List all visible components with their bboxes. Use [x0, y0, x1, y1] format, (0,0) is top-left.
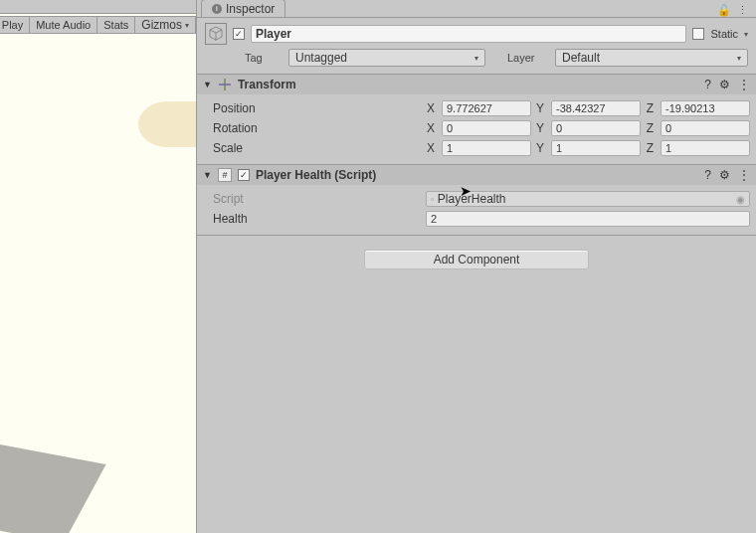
inspector-tab[interactable]: i Inspector [201, 0, 285, 17]
script-asset-icon: ▫ [431, 195, 434, 204]
position-x-input[interactable] [442, 100, 531, 116]
transform-component: ▼ Transform ? ⚙ ⋮ Position X Y Z Rotatio… [197, 75, 756, 165]
transform-body: Position X Y Z Rotation X Y Z Scale X Y … [197, 94, 756, 164]
stats-toggle[interactable]: Stats [97, 16, 135, 34]
static-label: Static [710, 28, 738, 40]
x-label: X [426, 101, 438, 115]
layer-label: Layer [507, 52, 545, 64]
static-chevron-down-icon[interactable]: ▾ [744, 30, 748, 39]
gizmos-toggle[interactable]: Gizmos ▾ [135, 16, 196, 34]
info-icon: i [212, 4, 222, 14]
scale-z-input[interactable] [661, 140, 750, 156]
help-icon[interactable]: ? [704, 78, 711, 91]
scale-row: Scale X Y Z [213, 138, 750, 158]
rotation-x-input[interactable] [442, 120, 531, 136]
add-component-button[interactable]: Add Component [364, 250, 589, 269]
script-icon: # [218, 168, 232, 182]
transform-icon [218, 78, 232, 91]
position-label: Position [213, 101, 422, 115]
layer-value: Default [562, 51, 600, 65]
scale-label: Scale [213, 141, 422, 155]
enabled-checkbox[interactable] [233, 28, 245, 40]
component-enabled-checkbox[interactable] [238, 169, 250, 181]
menu-icon[interactable]: ⋮ [738, 168, 750, 182]
script-label: Script [213, 192, 422, 206]
y-label: Y [535, 101, 547, 115]
gameobject-header: Static ▾ Tag Untagged ▾ Layer Default ▾ [197, 18, 756, 75]
tag-label: Tag [245, 52, 283, 64]
script-field[interactable]: ▫ PlayerHealth ◉ [426, 191, 750, 207]
help-icon[interactable]: ? [704, 168, 711, 182]
rotation-label: Rotation [213, 121, 422, 135]
player-health-component: ▼ # Player Health (Script) ? ⚙ ⋮ Script … [197, 165, 756, 236]
health-label: Health [213, 212, 422, 226]
preset-icon[interactable]: ⚙ [719, 168, 730, 182]
mute-audio-toggle[interactable]: Mute Audio [30, 16, 97, 34]
fold-icon[interactable]: ▼ [203, 80, 212, 89]
rotation-row: Rotation X Y Z [213, 118, 750, 138]
rotation-z-input[interactable] [661, 120, 750, 136]
scene-view: Play Mute Audio Stats Gizmos ▾ [0, 0, 197, 533]
chevron-down-icon: ▾ [474, 54, 478, 63]
chevron-down-icon: ▾ [737, 54, 741, 63]
inspector-panel: i Inspector 🔓 ⋮ Static ▾ Tag Untagged ▾ … [197, 0, 756, 533]
scene-viewport[interactable] [0, 34, 196, 533]
preset-icon[interactable]: ⚙ [719, 78, 730, 91]
rotation-y-input[interactable] [551, 120, 641, 136]
panel-menu-icon[interactable]: ⋮ [737, 4, 748, 17]
static-checkbox[interactable] [692, 28, 704, 40]
transform-header[interactable]: ▼ Transform ? ⚙ ⋮ [197, 75, 756, 94]
object-picker-icon[interactable]: ◉ [736, 194, 745, 205]
tag-dropdown[interactable]: Untagged ▾ [288, 49, 485, 67]
position-row: Position X Y Z [213, 98, 750, 118]
z-label: Z [645, 101, 657, 115]
inspector-tab-label: Inspector [226, 2, 275, 16]
health-row: Health [213, 209, 750, 229]
script-value: PlayerHealth [438, 192, 506, 206]
lock-icon[interactable]: 🔓 [717, 4, 731, 17]
player-health-header[interactable]: ▼ # Player Health (Script) ? ⚙ ⋮ [197, 165, 756, 185]
health-input[interactable] [426, 211, 750, 227]
position-z-input[interactable] [661, 100, 750, 116]
chevron-down-icon: ▾ [185, 21, 189, 30]
inspector-tab-row: i Inspector 🔓 ⋮ [197, 0, 756, 18]
cube-icon [208, 26, 224, 42]
gizmos-label: Gizmos [141, 18, 182, 32]
gameobject-icon[interactable] [205, 23, 227, 45]
position-y-input[interactable] [551, 100, 641, 116]
scene-object-tri [0, 444, 106, 533]
tag-value: Untagged [295, 51, 347, 65]
scene-tab-strip [0, 0, 196, 14]
scene-toolbar: Play Mute Audio Stats Gizmos ▾ [0, 16, 196, 34]
gameobject-name-input[interactable] [251, 25, 686, 43]
player-health-title: Player Health (Script) [256, 168, 698, 182]
scale-x-input[interactable] [442, 140, 531, 156]
script-row: Script ▫ PlayerHealth ◉ [213, 189, 750, 209]
layer-dropdown[interactable]: Default ▾ [555, 49, 748, 67]
player-health-body: Script ▫ PlayerHealth ◉ Health ➤ [197, 185, 756, 235]
scale-y-input[interactable] [551, 140, 641, 156]
menu-icon[interactable]: ⋮ [738, 78, 750, 91]
transform-title: Transform [238, 78, 698, 91]
play-toggle[interactable]: Play [0, 16, 30, 34]
fold-icon[interactable]: ▼ [203, 170, 212, 180]
scene-object-blob [138, 101, 196, 147]
